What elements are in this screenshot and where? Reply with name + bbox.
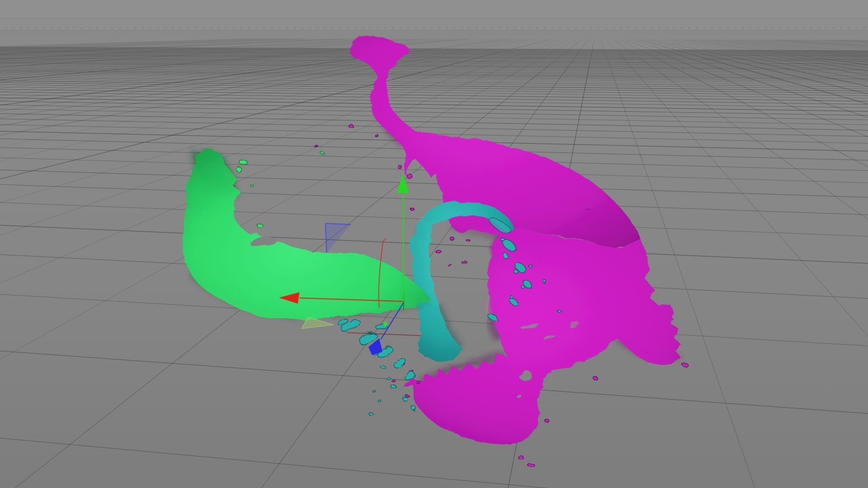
cyan-droplet bbox=[527, 264, 531, 266]
magenta-droplet bbox=[346, 122, 351, 126]
cyan-droplet bbox=[508, 294, 512, 297]
magenta-droplet bbox=[681, 361, 686, 365]
cyan-droplet bbox=[378, 400, 381, 402]
magenta-droplet bbox=[375, 134, 378, 137]
magenta-droplet bbox=[585, 208, 589, 210]
viewport-3d[interactable] bbox=[0, 0, 868, 488]
magenta-droplet bbox=[410, 207, 413, 210]
cyan-droplet bbox=[558, 311, 561, 313]
scene-canvas[interactable] bbox=[0, 0, 868, 488]
magenta-droplet bbox=[405, 172, 411, 177]
green-droplet bbox=[240, 160, 248, 166]
horizon-fade bbox=[0, 27, 868, 75]
magenta-droplet bbox=[397, 164, 401, 168]
magenta-droplet bbox=[449, 264, 452, 267]
magenta-droplet bbox=[315, 145, 319, 148]
sky-upper-band bbox=[0, 0, 868, 18]
